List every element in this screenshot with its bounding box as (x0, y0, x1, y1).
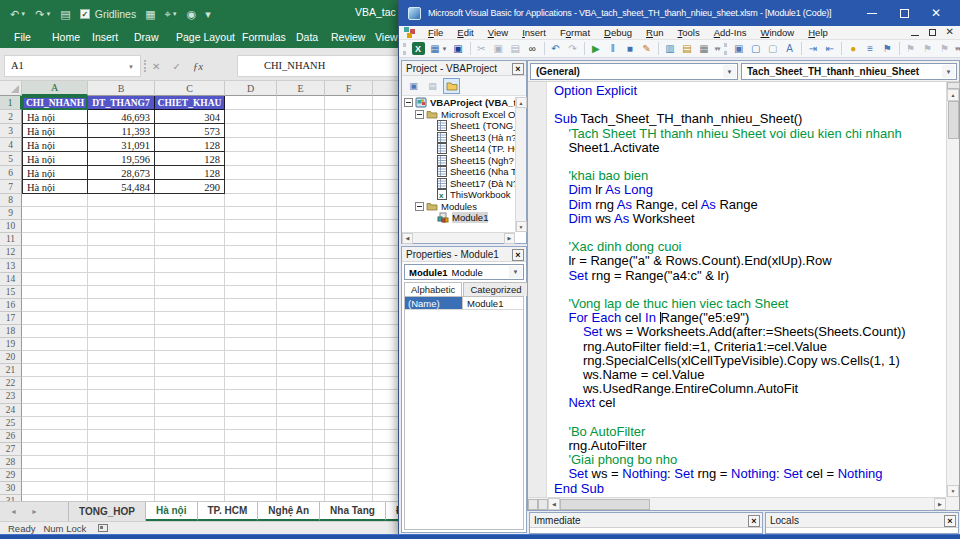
cell-C28[interactable] (155, 456, 225, 469)
ribbon-tab-home[interactable]: Home (52, 27, 80, 48)
spreadsheet-grid[interactable]: ABCDEF1CHI_NHANHDT_THANG7CHIET_KHAU2Hà n… (0, 81, 400, 501)
mdi-minimize-icon[interactable] (911, 35, 919, 36)
cell-E5[interactable] (277, 152, 325, 166)
cell-F8[interactable] (325, 194, 373, 207)
cell-C13[interactable] (155, 259, 225, 272)
sheet-tab-TONG_HOP[interactable]: TONG_HOP (68, 502, 146, 521)
sheet-tab-Hà nội[interactable]: Hà nội (146, 502, 198, 521)
cell-E14[interactable] (277, 273, 325, 286)
scroll-down-icon[interactable]: ▼ (947, 485, 959, 497)
redo-icon[interactable]: ↷ (564, 41, 581, 56)
cell-B28[interactable] (88, 456, 155, 469)
cell-A3[interactable]: Hà nội (22, 124, 88, 138)
cell-g17[interactable] (373, 312, 399, 325)
row-header-30[interactable]: 30 (0, 482, 22, 495)
cell-g28[interactable] (373, 456, 399, 469)
view-code-icon[interactable]: ▣ (405, 78, 422, 94)
cell-g4[interactable] (373, 138, 399, 152)
ribbon-tab-formulas[interactable]: Formulas (242, 27, 286, 48)
cell-B16[interactable] (88, 299, 155, 312)
cell-C25[interactable] (155, 417, 225, 430)
cell-C16[interactable] (155, 299, 225, 312)
collapse-icon[interactable] (415, 202, 424, 211)
vscroll-thumb[interactable] (948, 101, 959, 139)
column-header-B[interactable]: B (88, 81, 155, 96)
cell-C5[interactable]: 128 (155, 152, 225, 166)
column-header-F[interactable]: F (325, 81, 373, 96)
cell-F12[interactable] (325, 246, 373, 259)
next-bookmark-icon[interactable]: ⚑ (902, 41, 919, 56)
tree-item-sheet13-h-n-[interactable]: Sheet13 (Hà n?) (402, 132, 515, 144)
cell-A19[interactable] (22, 338, 88, 351)
uncomment-block-icon[interactable]: ≡ (862, 41, 879, 56)
cell-D18[interactable] (225, 325, 277, 338)
object-combo[interactable]: (General)▼ (530, 63, 738, 80)
cell-g22[interactable] (373, 377, 399, 390)
code-hscrollbar[interactable]: ◀ ▶ (528, 497, 946, 510)
cell-A9[interactable] (22, 207, 88, 220)
cell-g27[interactable] (373, 443, 399, 456)
cell-F15[interactable] (325, 286, 373, 299)
cell-A5[interactable]: Hà nội (22, 152, 88, 166)
cell-B24[interactable] (88, 404, 155, 417)
cell-E23[interactable] (277, 390, 325, 403)
comment-block-icon[interactable]: ● (845, 41, 862, 56)
cell-C1[interactable]: CHIET_KHAU (155, 96, 225, 110)
cell-F3[interactable] (325, 124, 373, 138)
cell-C6[interactable]: 128 (155, 166, 225, 180)
paste-icon[interactable]: ▤ (60, 8, 70, 21)
column-header-A[interactable]: A (22, 81, 88, 96)
cell-F28[interactable] (325, 456, 373, 469)
column-header-D[interactable]: D (225, 81, 277, 96)
cell-B23[interactable] (88, 390, 155, 403)
menu-debug[interactable]: Debug (597, 27, 639, 38)
cell-C23[interactable] (155, 390, 225, 403)
row-header-22[interactable]: 22 (0, 377, 22, 390)
code-editor[interactable]: Option Explicit Sub Tach_Sheet_TH_thanh_… (528, 82, 946, 497)
cell-E21[interactable] (277, 364, 325, 377)
cell-B6[interactable]: 28,673 (88, 166, 155, 180)
cell-F11[interactable] (325, 233, 373, 246)
menu-window[interactable]: Window (753, 27, 801, 38)
project-tree-hscrollbar[interactable]: ◀▶ (402, 232, 515, 243)
cancel-icon[interactable]: ✕ (152, 61, 160, 72)
cell-D20[interactable] (225, 351, 277, 364)
cell-g16[interactable] (373, 299, 399, 312)
split-handle[interactable] (947, 82, 960, 89)
cell-C14[interactable] (155, 273, 225, 286)
cell-F24[interactable] (325, 404, 373, 417)
cell-D22[interactable] (225, 377, 277, 390)
scroll-up-icon[interactable]: ▲ (947, 89, 959, 101)
cell-E12[interactable] (277, 246, 325, 259)
tab-alphabetic[interactable]: Alphabetic (404, 282, 462, 296)
tab-categorized[interactable]: Categorized (463, 282, 528, 296)
cell-B21[interactable] (88, 364, 155, 377)
cell-E8[interactable] (277, 194, 325, 207)
cell-A22[interactable] (22, 377, 88, 390)
cell-g21[interactable] (373, 364, 399, 377)
cell-E29[interactable] (277, 469, 325, 482)
cell-F14[interactable] (325, 273, 373, 286)
row-header-18[interactable]: 18 (0, 325, 22, 338)
copy-icon[interactable]: ▣ (490, 41, 507, 56)
ribbon-tab-insert[interactable]: Insert (92, 27, 118, 48)
cell-D29[interactable] (225, 469, 277, 482)
toolbar-overflow-icon[interactable]: ▾▾ (955, 45, 960, 53)
cell-A14[interactable] (22, 273, 88, 286)
gridlines-checkbox-box[interactable]: ✓ (80, 9, 90, 19)
menu-view[interactable]: View (481, 27, 515, 38)
cell-D26[interactable] (225, 430, 277, 443)
cell-F13[interactable] (325, 259, 373, 272)
cell-F18[interactable] (325, 325, 373, 338)
cell-F5[interactable] (325, 152, 373, 166)
cell-E7[interactable] (277, 180, 325, 194)
tree-item-sheet14-tp-hc[interactable]: Sheet14 (TP. HC (402, 143, 515, 155)
save-icon[interactable]: ▣ (450, 41, 467, 56)
tree-item-sheet17-n-[interactable]: Sheet17 (Đà N? (402, 178, 515, 190)
cell-D10[interactable] (225, 220, 277, 233)
cell-A29[interactable] (22, 469, 88, 482)
cell-B8[interactable] (88, 194, 155, 207)
cell-B11[interactable] (88, 233, 155, 246)
cell-D6[interactable] (225, 166, 277, 180)
cell-g6[interactable] (373, 166, 399, 180)
